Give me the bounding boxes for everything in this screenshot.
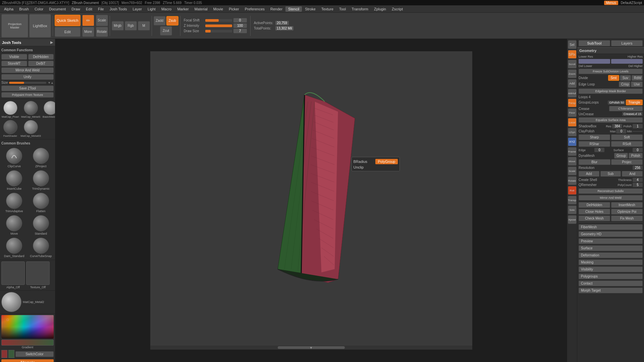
brush-zproject[interactable]: ZProject <box>28 147 54 169</box>
z-intensity-bar[interactable] <box>205 24 232 27</box>
brush-curve-tube-snap[interactable]: CurveTubeSnap <box>28 237 54 258</box>
mat-pearl[interactable]: MatCap_Pearl <box>1 101 19 119</box>
edge-value[interactable]: 0 <box>594 148 604 152</box>
add-btn[interactable]: Add <box>568 79 577 88</box>
menu-render[interactable]: Render <box>268 6 285 12</box>
texture-preview[interactable] <box>26 261 50 285</box>
menus-button[interactable]: Menus <box>604 1 618 5</box>
menu-macro[interactable]: Macro <box>159 6 174 12</box>
z-intensity-value[interactable]: 100 <box>233 23 247 28</box>
foreground-color[interactable] <box>1 350 7 358</box>
brush-clip-curve[interactable]: ClipCurve <box>1 147 27 169</box>
edit-btn[interactable]: Edit <box>55 27 80 37</box>
equalize-surface-btn[interactable]: Equalize Surface Area <box>579 117 643 123</box>
menu-texture[interactable]: Texture <box>319 6 336 12</box>
mat-metals[interactable]: MatCap_MetalS <box>20 101 41 119</box>
menu-file[interactable]: File <box>95 6 107 12</box>
transp-btn[interactable]: Transp <box>568 196 577 204</box>
blur-btn[interactable]: Blur <box>579 159 610 165</box>
sub-geo-btn[interactable]: Sub <box>600 171 621 177</box>
menu-layer[interactable]: Layer <box>130 6 145 12</box>
visible-btn[interactable]: Visible <box>1 54 27 60</box>
draw-size-value[interactable]: 7 <box>233 29 247 33</box>
scale-btn[interactable]: Scale <box>96 15 108 26</box>
res-value[interactable]: 384 <box>612 124 622 128</box>
gpolish-value[interactable]: GPolish 50 <box>608 101 625 105</box>
mat-basic[interactable]: BasicMaterial <box>42 101 55 119</box>
insert-mesh-btn[interactable]: InsertMesh <box>611 202 643 208</box>
menu-zscript[interactable]: Zscript <box>389 6 406 12</box>
matcap-metal-preview[interactable] <box>1 292 21 312</box>
rgb-btn[interactable]: Rgb <box>125 21 137 31</box>
menu-draw[interactable]: Draw <box>69 6 83 12</box>
subtool-btn[interactable]: SubTool <box>579 40 610 46</box>
color-picker[interactable] <box>1 315 54 339</box>
store-mt-btn[interactable]: StoreMT <box>1 61 27 66</box>
reconstruct-subdiv-btn[interactable]: Reconstruct Subdiv <box>579 188 643 194</box>
use-btn[interactable]: Use <box>631 81 643 87</box>
menu-color[interactable]: Color <box>32 6 46 12</box>
scale-r-btn[interactable]: Scale <box>568 167 577 175</box>
brush-dam-standard[interactable]: Dam_Standard <box>1 237 27 258</box>
deformation-btn[interactable]: Deformation <box>579 252 643 258</box>
menu-preferences[interactable]: Preferences <box>242 6 267 12</box>
menu-light[interactable]: Light <box>145 6 158 12</box>
alpha-preview[interactable] <box>1 261 25 285</box>
m-btn[interactable]: M <box>138 21 150 31</box>
crisp-btn[interactable]: Crisp <box>619 81 631 87</box>
surface-value[interactable]: 0 <box>633 148 643 152</box>
solo-btn[interactable]: Solo <box>568 205 577 214</box>
brush-trim-dynamic[interactable]: TrimDynamic <box>28 170 54 191</box>
brush-standard[interactable]: Standard <box>28 215 54 236</box>
mrgb-btn[interactable]: Mrgb <box>112 21 124 31</box>
and-geo-btn[interactable]: And <box>622 171 643 177</box>
menu-alpha[interactable]: Alpha <box>1 6 16 12</box>
menu-edit[interactable]: Edit <box>83 6 95 12</box>
draw-size-bar[interactable] <box>205 30 232 33</box>
polish-dyna-btn[interactable]: Polish <box>629 153 643 159</box>
focal-shift-bar[interactable] <box>205 19 232 22</box>
menu-transform[interactable]: Transform <box>349 6 371 12</box>
brush-insert-cube[interactable]: InsertCube <box>1 170 27 191</box>
soft-btn[interactable]: Soft <box>611 134 643 140</box>
sel-btn[interactable]: Sel <box>568 40 577 49</box>
local-btn[interactable]: Local <box>568 118 577 127</box>
mirror-weld-r-btn[interactable]: Mirror And Weld <box>579 195 643 200</box>
fiber-mesh-btn[interactable]: FiberMesh <box>579 224 643 230</box>
spix-btn[interactable]: SPix <box>568 50 577 59</box>
rdw-btn[interactable]: RdW <box>632 75 643 81</box>
scroll-btn[interactable]: Scroll <box>568 60 577 68</box>
check-mesh-btn[interactable]: Check Mesh <box>579 216 610 221</box>
save-ztool-btn[interactable]: Save ZTool <box>1 85 54 91</box>
lightbox-btn[interactable]: LightBox <box>29 14 51 38</box>
surface-btn[interactable]: Surface <box>579 245 643 251</box>
freeze-subdiv-btn[interactable]: Freeze SubDivision Levels <box>579 69 643 74</box>
add-geo-btn[interactable]: Add <box>579 171 599 177</box>
fix-mesh-btn[interactable]: Fix Mesh <box>611 216 643 221</box>
morph-target-btn[interactable]: Morph Target <box>579 288 643 293</box>
debit-btn[interactable]: DeBiT <box>28 61 54 66</box>
frame-btn[interactable]: Frame <box>568 147 577 156</box>
menu-josh-tools[interactable]: Josh Tools <box>107 6 130 12</box>
menu-movie[interactable]: Movie <box>211 6 226 12</box>
menu-stencil[interactable]: Stencil <box>285 6 302 12</box>
brush-flatten[interactable]: Flatten <box>28 192 54 214</box>
menu-stroke[interactable]: Stroke <box>302 6 318 12</box>
floor-btn[interactable]: Floor <box>568 108 577 117</box>
gradient-preview[interactable] <box>1 340 54 346</box>
polypaint-texture-btn[interactable]: Polypaint From Texture <box>1 92 54 98</box>
geometry-hd-btn[interactable]: Geometry HD <box>579 231 643 237</box>
thickness-value[interactable]: 4 <box>633 178 643 182</box>
menu-marker[interactable]: Marker <box>174 6 191 12</box>
brush-move[interactable]: Move <box>1 215 27 236</box>
menu-document[interactable]: Document <box>46 6 68 12</box>
rotate-r-btn[interactable]: Rotate <box>568 176 577 185</box>
menu-tool[interactable]: Tool <box>336 6 348 12</box>
preview-btn[interactable]: Preview <box>579 238 643 244</box>
projection-master-btn[interactable]: Projection Master <box>1 14 28 38</box>
smt-btn[interactable]: Smt <box>608 75 619 81</box>
alternate-btn[interactable]: Alternate <box>1 359 54 362</box>
zoom-btn[interactable]: Zoom <box>568 69 577 78</box>
ldyn-btn[interactable]: LDyn <box>568 128 577 136</box>
brush-trim-adaptive[interactable]: TrimAdaptive <box>1 192 27 214</box>
